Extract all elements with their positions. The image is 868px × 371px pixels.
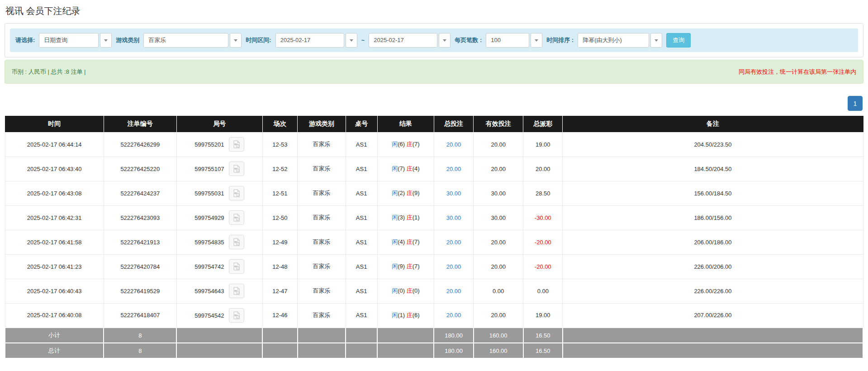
table-row: 2025-02-17 06:41:58522276421913599754835… — [5, 230, 863, 254]
game-type-cell: 百家乐 — [298, 230, 346, 254]
result-player-score: (0) — [398, 287, 405, 294]
result-banker-score: (1) — [413, 214, 420, 221]
result-banker-label: 庄 — [407, 190, 413, 196]
page-size-select[interactable]: 100 — [486, 33, 542, 48]
video-replay-button[interactable] — [229, 186, 244, 200]
result-banker-label: 庄 — [407, 141, 413, 147]
summary-empty — [346, 328, 377, 343]
range-separator: ~ — [361, 37, 365, 44]
search-button[interactable]: 查询 — [666, 33, 691, 48]
remark-cell: 226.00/226.00 — [563, 279, 863, 303]
total-bet-cell[interactable]: 20.00 — [434, 157, 473, 181]
result-banker-score: (9) — [413, 190, 420, 196]
result-banker-score: (4) — [413, 165, 420, 172]
bet-no-cell: 522276425220 — [104, 157, 176, 181]
summary-label: 总计 — [5, 343, 104, 358]
round-no-cell: 599754929 — [176, 205, 262, 230]
result-banker-label: 庄 — [407, 263, 413, 270]
summary-count: 8 — [104, 328, 176, 343]
game-type-cell: 百家乐 — [298, 181, 346, 205]
sort-order-caret-button[interactable] — [650, 33, 662, 48]
result-player-label: 闲 — [392, 312, 398, 319]
total-bet-cell[interactable]: 20.00 — [434, 254, 473, 279]
table-no-cell: AS1 — [346, 254, 377, 279]
remark-cell: 184.50/204.50 — [563, 157, 863, 181]
pagination: 1 — [5, 96, 863, 111]
game-type-value[interactable]: 百家乐 — [143, 33, 228, 48]
query-mode-caret-button[interactable] — [100, 33, 112, 48]
total-bet-cell[interactable]: 30.00 — [434, 205, 473, 230]
game-type-cell: 百家乐 — [298, 303, 346, 328]
session-cell: 12-53 — [262, 132, 298, 157]
total-bet-cell[interactable]: 20.00 — [434, 230, 473, 254]
column-header: 有效投注 — [474, 116, 523, 132]
total-bet-cell[interactable]: 20.00 — [434, 132, 473, 157]
remark-cell: 226.00/206.00 — [563, 254, 863, 279]
video-replay-button[interactable] — [229, 210, 244, 225]
game-type-cell: 百家乐 — [298, 254, 346, 279]
result-player-score: (9) — [398, 263, 405, 270]
date-from-select[interactable]: 2025-02-17 — [275, 33, 357, 48]
game-type-cell: 百家乐 — [298, 205, 346, 230]
date-from-value[interactable]: 2025-02-17 — [275, 33, 344, 48]
sort-order-value[interactable]: 降幂(由大到小) — [578, 33, 649, 48]
summary-empty — [377, 328, 434, 343]
game-type-select[interactable]: 百家乐 — [143, 33, 242, 48]
round-no: 599755201 — [194, 141, 224, 148]
date-from-caret-button[interactable] — [346, 33, 357, 48]
payout-cell: 19.00 — [523, 303, 563, 328]
result-player-score: (7) — [398, 165, 405, 172]
bet-no-cell: 522276418407 — [104, 303, 176, 328]
result-banker-score: (6) — [413, 312, 420, 319]
total-bet-cell[interactable]: 20.00 — [434, 303, 473, 328]
bet-records-table: 时间注单编号局号场次游戏类别桌号结果总投注有效投注总派彩备注 2025-02-1… — [5, 116, 863, 359]
video-replay-button[interactable] — [229, 162, 244, 176]
summary-bar: 币别 : 人民币 | 总共 :8 注单 | 同局有效投注，统一计算在该局第一张注… — [5, 60, 863, 84]
valid-bet-note: 同局有效投注，统一计算在该局第一张注单内 — [739, 68, 856, 76]
subtotal-row: 小计8180.00160.0016.50 — [5, 328, 863, 343]
currency-summary-text: 币别 : 人民币 | 总共 :8 注单 | — [12, 68, 86, 76]
query-mode-value[interactable]: 日期查询 — [39, 33, 99, 48]
round-no-cell: 599754835 — [176, 230, 262, 254]
date-to-caret-button[interactable] — [439, 33, 451, 48]
total-bet-cell[interactable]: 30.00 — [434, 181, 473, 205]
column-header: 注单编号 — [104, 116, 176, 132]
result-cell: 闲(9) 庄(7) — [377, 254, 434, 279]
summary-label: 小计 — [5, 328, 104, 343]
result-banker-label: 庄 — [407, 287, 413, 294]
grand-total-row: 总计8180.00160.0016.50 — [5, 343, 863, 358]
valid-bet-cell: 0.00 — [474, 279, 523, 303]
table-no-cell: AS1 — [346, 132, 377, 157]
date-to-value[interactable]: 2025-02-17 — [369, 33, 437, 48]
payout-cell: 20.00 — [523, 157, 563, 181]
query-mode-select[interactable]: 日期查询 — [39, 33, 112, 48]
result-player-score: (1) — [398, 312, 405, 319]
result-banker-score: (7) — [413, 141, 420, 147]
page-size-label: 每页笔数 : — [455, 36, 482, 44]
video-replay-button[interactable] — [229, 259, 244, 274]
payout-cell: 19.00 — [523, 132, 563, 157]
page-size-caret-button[interactable] — [531, 33, 542, 48]
date-to-select[interactable]: 2025-02-17 — [369, 33, 451, 48]
video-replay-button[interactable] — [229, 137, 244, 152]
column-header: 游戏类别 — [298, 116, 346, 132]
result-player-score: (2) — [398, 190, 405, 196]
summary-empty — [298, 328, 346, 343]
page-button-1[interactable]: 1 — [848, 96, 863, 111]
page-size-value[interactable]: 100 — [486, 33, 529, 48]
video-replay-button[interactable] — [229, 308, 244, 323]
total-bet-cell[interactable]: 20.00 — [434, 279, 473, 303]
session-cell: 12-46 — [262, 303, 298, 328]
result-cell: 闲(6) 庄(7) — [377, 132, 434, 157]
sort-order-select[interactable]: 降幂(由大到小) — [578, 33, 662, 48]
time-cell: 2025-02-17 06:41:58 — [5, 230, 104, 254]
game-type-caret-button[interactable] — [230, 33, 242, 48]
valid-bet-cell: 20.00 — [474, 230, 523, 254]
video-replay-button[interactable] — [229, 284, 244, 298]
video-replay-button[interactable] — [229, 235, 244, 249]
summary-total-bet: 180.00 — [434, 343, 473, 358]
query-mode-label: 请选择: — [15, 36, 35, 44]
round-no: 599755107 — [194, 166, 224, 172]
summary-payout: 16.50 — [523, 343, 563, 358]
column-header: 结果 — [377, 116, 434, 132]
